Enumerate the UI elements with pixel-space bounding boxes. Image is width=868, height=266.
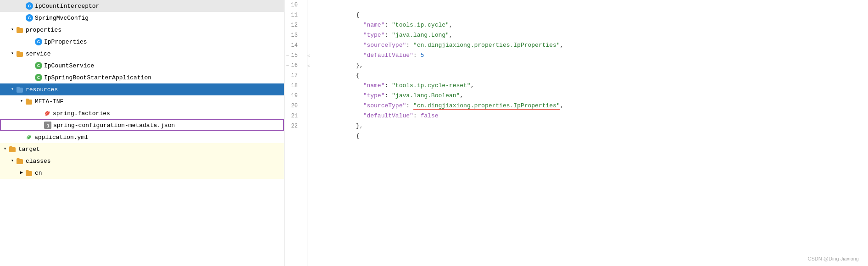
spring-leaf-icon — [44, 110, 50, 116]
folder-icon-blue — [17, 86, 24, 93]
tree-label: IpProperties — [44, 39, 87, 45]
tree-label: IpCountInterceptor — [35, 3, 99, 10]
tree-item-ipCountService[interactable]: C IpCountService — [0, 60, 284, 72]
tree-item-meta-inf[interactable]: ▾ META-INF — [0, 95, 284, 107]
code-panel: 10 11 12 13 14 ─ 15 ─ 16 17 18 19 20 21 … — [284, 0, 868, 266]
class-icon: C — [26, 14, 33, 22]
code-line-11: "name": "tools.ip.cycle", — [320, 10, 868, 20]
tree-label: resources — [26, 86, 58, 93]
chevron-expand: ▾ — [9, 27, 16, 33]
line-num-10: 10 — [284, 0, 301, 10]
watermark: CSDN @Ding Jiaxiong — [808, 256, 859, 261]
code-line-22: { — [320, 121, 868, 131]
line-num-20: 20 — [284, 101, 301, 111]
line-num-21: 21 — [284, 111, 301, 121]
yaml-icon — [26, 134, 32, 140]
folder-icon — [26, 170, 33, 176]
line-num-15: ─ 15 — [284, 50, 301, 61]
tree-item-application-yml[interactable]: application.yml — [0, 131, 284, 143]
chevron-collapsed: ▶ — [18, 170, 25, 176]
tree-label: META-INF — [35, 98, 63, 105]
code-content: { "name": "tools.ip.cycle", "type": "jav… — [317, 0, 868, 266]
line-num-12: 12 — [284, 20, 301, 30]
tree-label: SpringMvcConfig — [35, 15, 89, 22]
chevron-spacer — [28, 62, 34, 69]
tree-label: IpCountService — [44, 62, 94, 69]
chevron-expand: ▾ — [18, 98, 25, 105]
tree-item-ipCountInterceptor[interactable]: C IpCountInterceptor — [0, 0, 284, 12]
folder-icon — [17, 158, 24, 164]
chevron-spacer — [28, 74, 34, 81]
chevron-expand: ▾ — [9, 86, 16, 93]
line-num-22: 22 — [284, 121, 301, 131]
code-gutter: ◁ ◁ — [307, 0, 317, 266]
tree-label: classes — [26, 158, 51, 165]
tree-item-resources[interactable]: ▾ resources — [0, 83, 284, 95]
line-num-19: 19 — [284, 91, 301, 101]
line-num-11: 11 — [284, 10, 301, 20]
code-line-17: "name": "tools.ip.cycle-reset", — [320, 71, 868, 81]
tree-item-target[interactable]: ▾ target — [0, 143, 284, 155]
tree-item-ipSpringBootStarterApplication[interactable]: C IpSpringBootStarterApplication — [0, 72, 284, 83]
line-numbers: 10 11 12 13 14 ─ 15 ─ 16 17 18 19 20 21 … — [284, 0, 307, 266]
file-tree-panel: C IpCountInterceptor C SpringMvcConfig ▾… — [0, 0, 284, 266]
tree-label: properties — [26, 27, 61, 33]
class-icon: C — [26, 2, 33, 10]
tree-label: IpSpringBootStarterApplication — [44, 74, 151, 81]
folder-icon — [26, 98, 33, 105]
tree-label: spring.factories — [53, 110, 110, 117]
class-icon: C — [35, 38, 42, 45]
fold-10 — [284, 0, 291, 10]
chevron-spacer — [28, 39, 34, 45]
chevron-spacer — [18, 15, 25, 21]
tree-label: target — [18, 146, 40, 153]
svg-point-0 — [44, 110, 50, 116]
tree-item-classes[interactable]: ▾ classes — [0, 155, 284, 167]
tree-label: application.yml — [34, 134, 88, 141]
tree-item-spring-config-metadata[interactable]: {} spring-configuration-metadata.json — [0, 119, 284, 131]
tree-item-cn[interactable]: ▶ cn — [0, 167, 284, 179]
tree-label: spring-configuration-metadata.json — [53, 122, 175, 129]
folder-icon — [17, 50, 24, 57]
tree-label: service — [26, 50, 51, 57]
folder-icon — [9, 146, 17, 152]
svg-point-1 — [26, 134, 32, 140]
line-num-14: 14 — [284, 40, 301, 50]
tree-item-service[interactable]: ▾ service — [0, 48, 284, 60]
chevron-expand: ▾ — [9, 50, 16, 57]
tree-item-properties[interactable]: ▾ properties — [0, 24, 284, 36]
tree-item-springMvcConfig[interactable]: C SpringMvcConfig — [0, 12, 284, 24]
class-icon-green: C — [35, 74, 42, 81]
chevron-spacer — [37, 122, 43, 128]
chevron-expand: ▾ — [2, 146, 8, 152]
tree-item-spring-factories[interactable]: spring.factories — [0, 107, 284, 119]
chevron-expand: ▾ — [9, 158, 16, 164]
tree-label: cn — [35, 170, 42, 177]
line-num-16: ─ 16 — [284, 61, 301, 71]
line-num-18: 18 — [284, 81, 301, 91]
code-line-16: { — [320, 61, 868, 71]
chevron-spacer — [37, 110, 43, 116]
class-icon-green: C — [35, 62, 42, 69]
line-num-13: 13 — [284, 30, 301, 40]
chevron-spacer — [18, 134, 25, 140]
fold-15: ─ — [284, 50, 291, 61]
code-line-10: { — [320, 0, 868, 10]
folder-icon — [17, 27, 24, 33]
line-num-17: 17 — [284, 71, 301, 81]
fold-16: ─ — [284, 61, 291, 71]
tree-item-ipProperties[interactable]: C IpProperties — [0, 36, 284, 48]
chevron-spacer — [18, 3, 25, 9]
json-file-icon: {} — [44, 122, 51, 129]
